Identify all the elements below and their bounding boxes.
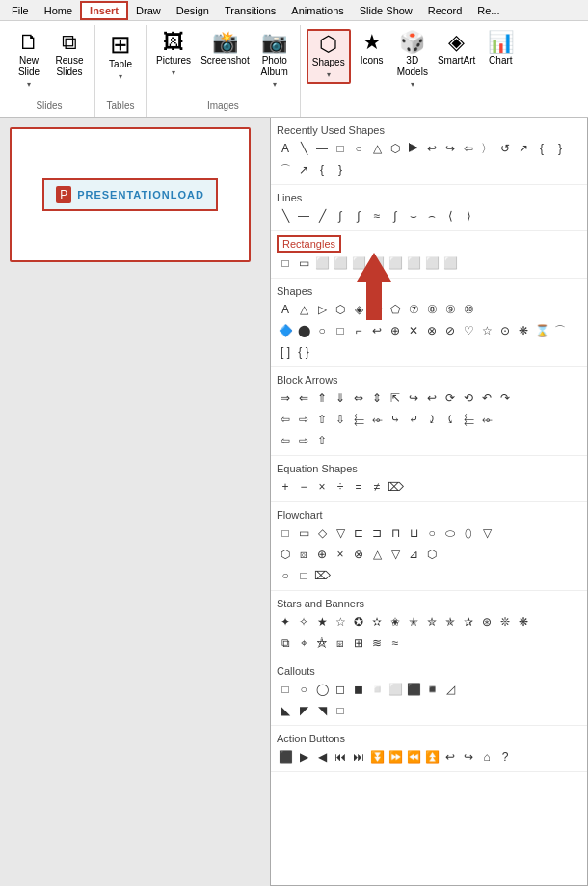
- shape-line-diag[interactable]: ╲: [295, 140, 312, 157]
- shape-x[interactable]: ✕: [405, 322, 422, 339]
- ba-left[interactable]: ⇐: [295, 389, 312, 407]
- fc-internal[interactable]: ⊓: [387, 524, 404, 542]
- menu-slideshow[interactable]: Slide Show: [352, 3, 420, 18]
- banner-1[interactable]: ⧉: [277, 634, 294, 652]
- menu-file[interactable]: File: [4, 3, 37, 18]
- menu-design[interactable]: Design: [169, 3, 217, 18]
- photo-album-button[interactable]: 📷 PhotoAlbum ▾: [255, 29, 294, 92]
- shape-penta[interactable]: ⬟: [368, 301, 386, 318]
- shape-9[interactable]: ⑨: [441, 301, 459, 318]
- fc-decision[interactable]: ◇: [313, 524, 331, 542]
- callout-x1[interactable]: ◣: [277, 702, 294, 719]
- shape-heart[interactable]: ♡: [460, 322, 477, 339]
- banner-scroll2[interactable]: ≈: [387, 634, 404, 652]
- line-straight[interactable]: ╲: [277, 207, 294, 225]
- shape-sun[interactable]: ⊙: [496, 322, 514, 339]
- line-diag2[interactable]: ╱: [313, 207, 331, 225]
- shape-8[interactable]: ⑧: [423, 301, 441, 318]
- ab-movie[interactable]: ⌂: [478, 748, 495, 765]
- shape-rect[interactable]: □: [332, 140, 349, 157]
- ba-4[interactable]: ⤹: [441, 411, 459, 428]
- ba-chevl[interactable]: ⇨: [295, 411, 312, 428]
- icons-button[interactable]: ★ Icons: [353, 29, 391, 69]
- shape-text[interactable]: A: [277, 140, 294, 157]
- ba-chevr[interactable]: ⇦: [277, 411, 294, 428]
- shape-bracket-r[interactable]: }: [332, 161, 349, 178]
- screenshot-button[interactable]: 📸 Screenshot: [197, 29, 254, 69]
- star-outline[interactable]: ☆: [332, 613, 349, 631]
- rect-rounded[interactable]: ▭: [295, 255, 312, 272]
- shape-b2[interactable]: { }: [295, 343, 312, 361]
- ab-custom[interactable]: ?: [496, 748, 514, 765]
- ab-forward[interactable]: ⏬: [368, 748, 386, 765]
- ba-bent[interactable]: ↪: [405, 389, 422, 407]
- shape-ne-arrow[interactable]: ↗: [515, 140, 532, 157]
- ab-end[interactable]: ⏪: [405, 748, 422, 765]
- fc-manual[interactable]: ▽: [478, 524, 495, 542]
- shape-smiley[interactable]: ❋: [515, 322, 532, 339]
- rect-7[interactable]: ⬜: [441, 255, 459, 272]
- shape-brace-l[interactable]: {: [533, 140, 550, 157]
- star-6[interactable]: ✪: [350, 613, 367, 631]
- fc-mag-disk[interactable]: ⊿: [405, 546, 422, 563]
- ba-chevdn[interactable]: ⇩: [332, 411, 349, 428]
- rect-5[interactable]: ⬜: [405, 255, 422, 272]
- shape-diamond[interactable]: ◈: [350, 301, 367, 318]
- shape-prohibited[interactable]: ⊘: [441, 322, 459, 339]
- ba-striped[interactable]: ↶: [478, 389, 495, 407]
- pictures-button[interactable]: 🖼 Pictures ▾: [152, 29, 195, 80]
- ba-uturn[interactable]: ↩: [423, 389, 441, 407]
- line-s[interactable]: ∫: [387, 207, 404, 225]
- fc-tape[interactable]: ⊕: [313, 546, 331, 563]
- shape-10[interactable]: ⑩: [460, 301, 477, 318]
- ab-doc[interactable]: ↩: [441, 748, 459, 765]
- callout-x3[interactable]: ◥: [313, 702, 331, 719]
- callout-bent[interactable]: ◽: [368, 681, 386, 698]
- star-16[interactable]: ✯: [441, 613, 459, 631]
- ba-quad[interactable]: ⇱: [387, 389, 404, 407]
- shape-arrow-curve-r[interactable]: ↪: [441, 140, 459, 157]
- smartart-button[interactable]: ◈ SmartArt: [434, 29, 479, 69]
- table-button[interactable]: ⊞ Table ▾: [101, 29, 140, 84]
- callout-x4[interactable]: □: [332, 702, 349, 719]
- fc-doc[interactable]: ⊔: [405, 524, 422, 542]
- shape-arc[interactable]: ↺: [496, 140, 514, 157]
- fc-pred[interactable]: ⊏: [350, 524, 367, 542]
- shape-7[interactable]: ⑦: [405, 301, 422, 318]
- ba-curved-l[interactable]: ⟲: [460, 389, 477, 407]
- star-10[interactable]: ✭: [405, 613, 422, 631]
- banner-scroll[interactable]: ≋: [368, 634, 386, 652]
- shape-rtri[interactable]: ▷: [313, 301, 331, 318]
- ba-up[interactable]: ⇑: [313, 389, 331, 407]
- callout-line[interactable]: ◼: [350, 681, 367, 698]
- callout-rect[interactable]: □: [277, 681, 294, 698]
- callout-cloud[interactable]: ◻: [332, 681, 349, 698]
- ba-notch[interactable]: ⬱: [350, 411, 367, 428]
- fc-process[interactable]: □: [277, 524, 294, 542]
- ba-lr[interactable]: ⇔: [350, 389, 367, 407]
- star-24[interactable]: ✰: [460, 613, 477, 631]
- star-32[interactable]: ⊛: [478, 613, 495, 631]
- fc-x1[interactable]: ○: [277, 567, 294, 584]
- line-arc2[interactable]: ⌢: [423, 207, 441, 225]
- shape-chevron-r[interactable]: 〉: [478, 140, 495, 157]
- shape-line[interactable]: —: [313, 140, 331, 157]
- 3d-models-button[interactable]: 🎲 3DModels ▾: [393, 29, 432, 92]
- ba-x1[interactable]: ⇦: [277, 432, 294, 449]
- shape-arrow-r[interactable]: ⯈: [405, 140, 422, 157]
- fc-x3[interactable]: ⌦: [313, 567, 331, 584]
- eq-neq[interactable]: ≠: [368, 478, 386, 496]
- fc-alt-process[interactable]: ▭: [295, 524, 312, 542]
- star-5[interactable]: ✧: [295, 613, 312, 631]
- shape-plus[interactable]: ⊕: [387, 322, 404, 339]
- rect-snip[interactable]: ⬜: [313, 255, 331, 272]
- slide-thumbnail[interactable]: P PRESENTATIONLOAD: [10, 127, 251, 262]
- shape-arrow-curve-l[interactable]: ↩: [423, 140, 441, 157]
- callout-2acc[interactable]: ⬛: [405, 681, 422, 698]
- fc-term[interactable]: ⬭: [441, 524, 459, 542]
- ab-home[interactable]: ▶: [295, 748, 312, 765]
- eq-div[interactable]: ÷: [332, 478, 349, 496]
- star-7[interactable]: ✫: [368, 613, 386, 631]
- ba-notch2[interactable]: ⬰: [368, 411, 386, 428]
- ba-x3[interactable]: ⇧: [313, 432, 331, 449]
